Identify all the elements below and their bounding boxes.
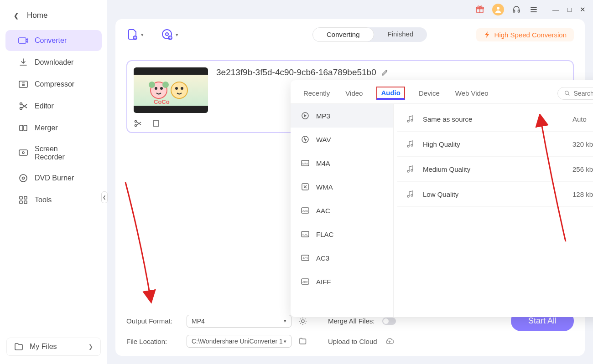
my-files-button[interactable]: My Files ❯ xyxy=(6,338,101,356)
high-speed-toggle[interactable]: High Speed Conversion xyxy=(476,28,574,41)
quality-item-high[interactable]: High Quality320 kbps xyxy=(397,132,593,157)
quality-item-low[interactable]: Low Quality128 kbps xyxy=(397,182,593,207)
minimize-button[interactable]: — xyxy=(552,5,559,14)
svg-rect-6 xyxy=(24,125,27,131)
nav-screen-recorder[interactable]: Screen Recorder xyxy=(5,139,102,167)
maximize-button[interactable]: □ xyxy=(567,5,572,14)
headset-icon[interactable] xyxy=(511,5,521,15)
top-toolbar: ▾ ▾ Converting Finished High Speed Conve… xyxy=(126,27,574,42)
sidebar: ❮ Home Converter Downloader Compressor E… xyxy=(0,0,107,364)
open-folder-icon[interactable] xyxy=(299,338,307,345)
popup-tab-device[interactable]: Device xyxy=(417,88,442,98)
nav-label: Downloader xyxy=(35,58,73,67)
svg-rect-11 xyxy=(20,196,22,199)
audio-icon xyxy=(301,182,310,191)
popup-search-input[interactable] xyxy=(574,90,593,97)
quality-label: Low Quality xyxy=(423,190,564,198)
format-item-aiff[interactable]: AIFFAIFF xyxy=(291,270,393,293)
crop-icon[interactable] xyxy=(152,119,160,128)
user-avatar[interactable] xyxy=(492,4,504,15)
nav-converter[interactable]: Converter xyxy=(5,30,102,51)
converter-icon xyxy=(18,36,28,46)
svg-point-26 xyxy=(160,87,163,90)
audio-icon: M4A xyxy=(301,159,310,168)
format-item-ac3[interactable]: AC3AC3 xyxy=(291,246,393,270)
music-icon xyxy=(406,114,415,123)
chevron-down-icon: ▾ xyxy=(284,318,286,324)
format-item-mp3[interactable]: MP3 xyxy=(291,104,393,128)
svg-point-27 xyxy=(149,82,155,88)
quality-item-medium[interactable]: Medium Quality256 kbps xyxy=(397,157,593,182)
format-item-flac[interactable]: FLACFLAC xyxy=(291,222,393,246)
merger-icon xyxy=(18,123,28,133)
popup-tab-audio[interactable]: Audio xyxy=(376,87,405,100)
tab-finished[interactable]: Finished xyxy=(374,27,427,42)
svg-rect-35 xyxy=(153,121,159,126)
audio-icon: AIFF xyxy=(301,277,310,286)
svg-point-33 xyxy=(135,121,137,123)
edit-icon[interactable] xyxy=(381,68,389,77)
svg-text:AIFF: AIFF xyxy=(302,281,308,283)
svg-rect-19 xyxy=(518,10,520,12)
home-button[interactable]: ❮ Home xyxy=(0,5,107,26)
disc-icon xyxy=(18,173,28,183)
quality-item-same[interactable]: Same as sourceAuto xyxy=(397,107,593,132)
gift-icon[interactable] xyxy=(475,5,485,15)
video-thumbnail[interactable]: CoCo xyxy=(134,67,208,113)
format-item-m4a[interactable]: M4AM4A xyxy=(291,151,393,175)
trim-icon[interactable] xyxy=(134,119,142,128)
svg-text:AAC: AAC xyxy=(302,210,308,212)
chevron-down-icon: ▾ xyxy=(176,32,178,38)
nav-label: Converter xyxy=(35,36,67,45)
svg-point-9 xyxy=(20,174,27,182)
svg-marker-1 xyxy=(26,39,28,42)
nav-label: Screen Recorder xyxy=(35,145,89,161)
file-location-label: File Location: xyxy=(126,338,179,345)
file-name: 3e213f9b-3f5d-4c90-9cb6-16a789be51b0 xyxy=(216,67,376,77)
svg-point-17 xyxy=(497,7,499,10)
nav-merger[interactable]: Merger xyxy=(5,118,102,138)
svg-point-25 xyxy=(155,87,157,90)
popup-search[interactable] xyxy=(557,87,593,100)
tab-converting[interactable]: Converting xyxy=(312,27,374,42)
nav-downloader[interactable]: Downloader xyxy=(5,52,102,73)
segmented-status: Converting Finished xyxy=(312,27,427,42)
grid-icon xyxy=(18,195,28,205)
sidebar-collapse-handle[interactable]: ❮ xyxy=(101,191,108,203)
upload-label: Upload to Cloud xyxy=(328,338,377,345)
menu-icon[interactable] xyxy=(529,5,539,15)
popup-tab-recently[interactable]: Recently xyxy=(302,88,332,98)
svg-rect-13 xyxy=(20,201,22,204)
popup-tab-video[interactable]: Video xyxy=(343,88,364,98)
nav-compressor[interactable]: Compressor xyxy=(5,74,102,95)
merge-toggle[interactable] xyxy=(382,318,396,325)
svg-point-31 xyxy=(181,87,183,90)
file-mini-toolbar xyxy=(134,119,160,128)
format-item-wav[interactable]: WAV xyxy=(291,128,393,151)
nav-editor[interactable]: Editor xyxy=(5,96,102,117)
file-location-select[interactable]: C:\Wondershare UniConverter 1 ▾ xyxy=(187,335,291,348)
audio-icon: AAC xyxy=(301,206,310,215)
add-file-button[interactable]: ▾ xyxy=(126,28,144,41)
format-item-aac[interactable]: AACAAC xyxy=(291,199,393,222)
output-format-select[interactable]: MP4 ▾ xyxy=(187,315,291,328)
format-item-wma[interactable]: WMA xyxy=(291,175,393,199)
nav-label: Editor xyxy=(35,102,54,110)
quality-rate: Auto xyxy=(572,115,593,123)
popup-tab-web[interactable]: Web Video xyxy=(453,88,490,98)
quality-label: High Quality xyxy=(423,140,564,148)
nav-dvd-burner[interactable]: DVD Burner xyxy=(5,168,102,189)
add-dvd-button[interactable]: ▾ xyxy=(161,28,178,41)
cloud-icon[interactable] xyxy=(385,338,395,345)
gear-icon[interactable] xyxy=(299,317,307,325)
svg-rect-5 xyxy=(20,125,23,131)
format-label: WMA xyxy=(316,183,333,191)
file-location-value: C:\Wondershare UniConverter 1 xyxy=(192,338,283,345)
titlebar: — □ ✕ xyxy=(107,0,593,19)
window-controls: — □ ✕ xyxy=(552,5,586,14)
nav-tools[interactable]: Tools xyxy=(5,190,102,210)
svg-rect-14 xyxy=(24,201,27,204)
close-button[interactable]: ✕ xyxy=(580,5,586,14)
audio-icon xyxy=(301,111,310,120)
quality-list: Same as sourceAuto High Quality320 kbps … xyxy=(394,104,593,317)
